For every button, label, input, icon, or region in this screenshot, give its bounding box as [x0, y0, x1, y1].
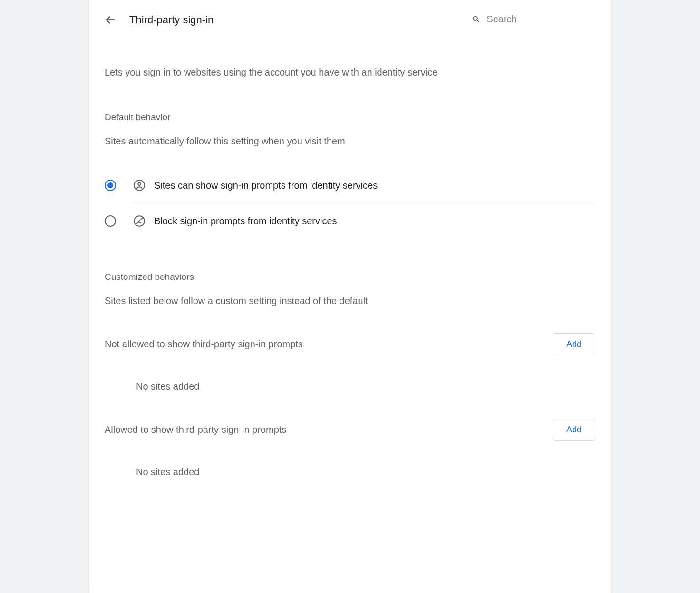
add-not-allowed-button[interactable]: Add: [553, 333, 595, 355]
radio-option-allow[interactable]: Sites can show sign-in prompts from iden…: [105, 168, 595, 203]
back-button[interactable]: [105, 14, 116, 26]
not-allowed-label: Not allowed to show third-party sign-in …: [105, 339, 303, 350]
allowed-row: Allowed to show third-party sign-in prom…: [105, 419, 595, 441]
customized-behaviors-title: Customized behaviors: [105, 272, 595, 282]
search-input[interactable]: [486, 14, 595, 25]
radio-inner: [107, 182, 113, 188]
radio-button-unselected: [105, 215, 116, 227]
radio-label: Block sign-in prompts from identity serv…: [154, 216, 337, 227]
search-field[interactable]: [472, 12, 595, 28]
svg-line-4: [136, 217, 143, 224]
customized-behaviors-description: Sites listed below follow a custom setti…: [105, 296, 595, 306]
radio-list: Sites can show sign-in prompts from iden…: [105, 168, 595, 239]
header-row: Third-party sign-in: [105, 9, 595, 31]
page-title: Third-party sign-in: [129, 14, 214, 26]
settings-card: Third-party sign-in Lets you sign in to …: [89, 0, 611, 593]
person-circle-icon: [133, 179, 146, 191]
not-allowed-row: Not allowed to show third-party sign-in …: [105, 333, 595, 355]
default-behavior-title: Default behavior: [105, 112, 595, 123]
allowed-empty: No sites added: [136, 467, 595, 478]
allowed-label: Allowed to show third-party sign-in prom…: [105, 424, 286, 435]
add-allowed-button[interactable]: Add: [553, 419, 595, 441]
search-icon: [472, 14, 481, 25]
default-behavior-description: Sites automatically follow this setting …: [105, 136, 595, 147]
radio-label: Sites can show sign-in prompts from iden…: [154, 180, 378, 191]
block-icon: [133, 215, 146, 227]
svg-point-2: [138, 183, 140, 185]
radio-button-selected: [105, 180, 116, 191]
page-description: Lets you sign in to websites using the a…: [105, 66, 595, 79]
not-allowed-empty: No sites added: [136, 381, 595, 392]
header-left: Third-party sign-in: [105, 14, 214, 26]
arrow-back-icon: [105, 14, 116, 26]
radio-option-block[interactable]: Block sign-in prompts from identity serv…: [105, 203, 595, 239]
